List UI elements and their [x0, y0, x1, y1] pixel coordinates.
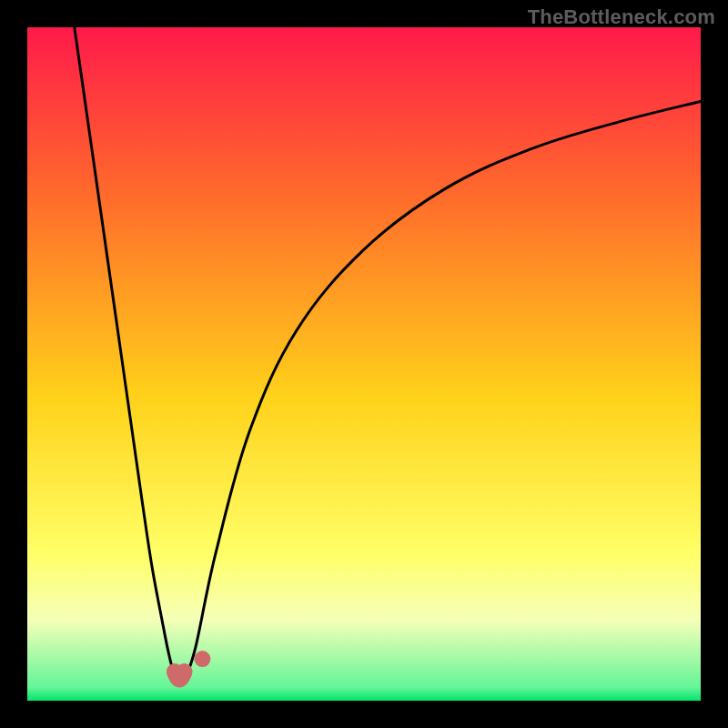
marker-valley-dot: [194, 651, 210, 667]
watermark-text: TheBottleneck.com: [528, 5, 715, 29]
plot-svg: [27, 27, 701, 701]
plot-frame: [27, 27, 701, 701]
marker-valley-u-right: [176, 663, 192, 680]
